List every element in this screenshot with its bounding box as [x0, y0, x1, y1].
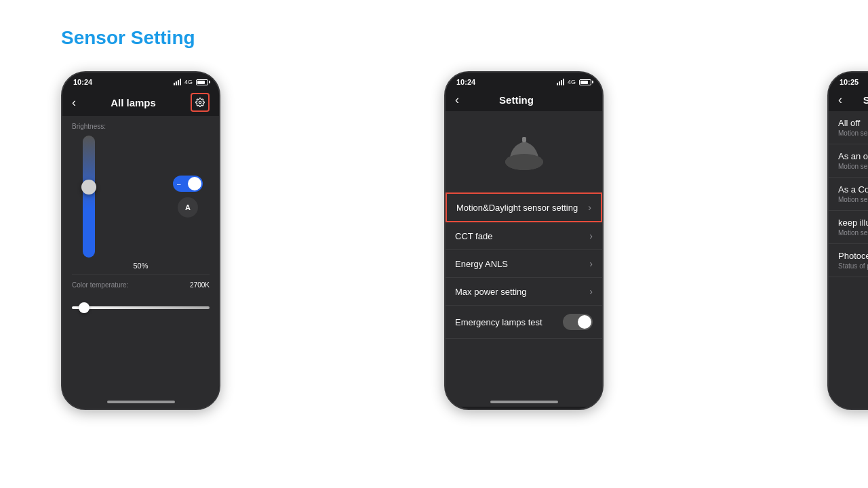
home-bar-1	[107, 401, 175, 403]
nav-bar-3: ‹ Sensor setting Done	[829, 89, 868, 111]
lamp-icon	[497, 125, 551, 179]
time-1: 10:24	[73, 78, 92, 86]
lamp-icon-area	[446, 111, 602, 192]
chevron-icon-2: ›	[589, 258, 593, 269]
toggle-area: – A	[173, 176, 203, 218]
sensor-constant-sub: Motion sensor off; Daylight sensor on	[838, 196, 868, 203]
sensor-ordinary-text: As an ordinary induction lamp Motion sen…	[838, 151, 868, 170]
battery-icon-2	[579, 79, 591, 85]
sensor-all-off-sub: Motion sensor and Daylight sensor off	[838, 129, 868, 137]
sensor-photocell-sub: Status of photocell sensor	[838, 262, 868, 270]
setting-item-motion-sensor[interactable]: Motion&Daylight sensor setting ›	[446, 192, 602, 222]
sensor-all-off-text: All off Motion sensor and Daylight senso…	[838, 118, 868, 137]
back-button-2[interactable]: ‹	[455, 93, 459, 107]
brightness-control: – A	[72, 136, 210, 258]
setting-item-energy[interactable]: Energy ANLS ›	[446, 250, 602, 278]
on-off-toggle[interactable]: –	[173, 176, 203, 192]
setting-item-power[interactable]: Max power setting ›	[446, 278, 602, 306]
page-title: Sensor Setting	[61, 27, 195, 49]
brightness-value: 50%	[72, 262, 210, 270]
nav-bar-2: ‹ Setting	[446, 89, 602, 111]
brightness-slider[interactable]	[79, 136, 99, 258]
phone-3: 10:25 4G ‹ Sensor setting Done	[827, 71, 868, 410]
status-icons-2: 4G	[557, 79, 591, 85]
motion-sensor-label: Motion&Daylight sensor setting	[456, 203, 578, 213]
slider-thumb	[81, 180, 96, 195]
sensor-keep[interactable]: keep illumination induction lamp Motion …	[829, 211, 868, 244]
sensor-constant[interactable]: As a Constant illumination lamp Motion s…	[829, 178, 868, 211]
phone1-content: Brightness: – A	[62, 116, 219, 410]
emergency-toggle[interactable]	[563, 314, 593, 330]
auto-button[interactable]: A	[178, 197, 198, 218]
time-3: 10:25	[840, 78, 859, 86]
network-type-1: 4G	[184, 79, 193, 85]
chevron-icon-1: ›	[589, 230, 593, 241]
setting-item-cct-fade[interactable]: CCT fade ›	[446, 222, 602, 250]
power-label: Max power setting	[455, 287, 527, 297]
nav-title-3: Sensor setting	[863, 94, 868, 106]
color-temp-slider[interactable]	[72, 301, 210, 314]
sensor-all-off[interactable]: All off Motion sensor and Daylight senso…	[829, 111, 868, 144]
nav-title-1: All lamps	[111, 97, 156, 108]
h-thumb	[79, 302, 90, 313]
nav-title-2: Setting	[499, 94, 534, 106]
chevron-icon-3: ›	[589, 286, 593, 297]
signal-icon-1	[174, 79, 181, 85]
sensor-keep-sub: Motion sensor and Daylight sensor on	[838, 229, 868, 237]
sensor-photocell[interactable]: Photocell sensor Status of photocell sen…	[829, 244, 868, 277]
chevron-icon-0: ›	[588, 202, 591, 213]
sensor-ordinary-sub: Motion sensor on; Daylight sensor off	[838, 163, 868, 170]
gear-button-1[interactable]	[191, 93, 210, 112]
cct-fade-label: CCT fade	[455, 231, 492, 241]
sensor-ordinary-main: As an ordinary induction lamp	[838, 151, 868, 161]
back-button-1[interactable]: ‹	[72, 96, 76, 110]
battery-icon-1	[196, 79, 208, 85]
nav-bar-1: ‹ All lamps	[62, 89, 219, 116]
setting-list: Motion&Daylight sensor setting › CCT fad…	[446, 111, 602, 407]
h-track	[72, 306, 210, 309]
status-bar-1: 10:24 4G	[62, 73, 219, 89]
time-2: 10:24	[456, 78, 475, 86]
sensor-ordinary[interactable]: As an ordinary induction lamp Motion sen…	[829, 144, 868, 178]
sensor-keep-text: keep illumination induction lamp Motion …	[838, 218, 868, 237]
auto-label: A	[185, 203, 191, 211]
phone-1: 10:24 4G ‹ All lamps	[61, 71, 220, 410]
sensor-all-off-main: All off	[838, 118, 868, 128]
energy-label: Energy ANLS	[455, 259, 508, 269]
setting-item-emergency[interactable]: Emergency lamps test	[446, 306, 602, 339]
color-temp-value: 2700K	[190, 281, 210, 294]
status-bar-2: 10:24 4G	[446, 73, 602, 89]
sensor-keep-main: keep illumination induction lamp	[838, 218, 868, 228]
brightness-label: Brightness:	[72, 123, 210, 130]
back-button-3[interactable]: ‹	[838, 93, 842, 107]
sensor-constant-main: As a Constant illumination lamp	[838, 184, 868, 195]
slider-track	[83, 136, 95, 258]
color-temp-label: Color temperature:	[72, 281, 128, 289]
phone-2: 10:24 4G ‹ Setting	[444, 71, 604, 410]
color-temp-section: Color temperature: 2700K	[62, 274, 219, 321]
signal-icon-2	[557, 79, 564, 85]
emergency-label: Emergency lamps test	[455, 317, 542, 327]
network-type-2: 4G	[568, 79, 576, 85]
sensor-list: All off Motion sensor and Daylight senso…	[829, 111, 868, 409]
toggle-icon: –	[177, 180, 181, 188]
home-bar-2	[490, 401, 558, 403]
phones-container: 10:24 4G ‹ All lamps	[61, 71, 868, 410]
svg-point-0	[199, 101, 201, 104]
status-icons-1: 4G	[174, 79, 208, 85]
svg-point-2	[505, 154, 543, 170]
sensor-constant-text: As a Constant illumination lamp Motion s…	[838, 184, 868, 203]
temp-header: Color temperature: 2700K	[72, 281, 210, 294]
svg-rect-3	[522, 137, 526, 142]
sensor-photocell-text: Photocell sensor Status of photocell sen…	[838, 251, 868, 270]
sensor-photocell-main: Photocell sensor	[838, 251, 868, 261]
status-bar-3: 10:25 4G	[829, 73, 868, 89]
brightness-section: Brightness: – A	[62, 116, 219, 274]
